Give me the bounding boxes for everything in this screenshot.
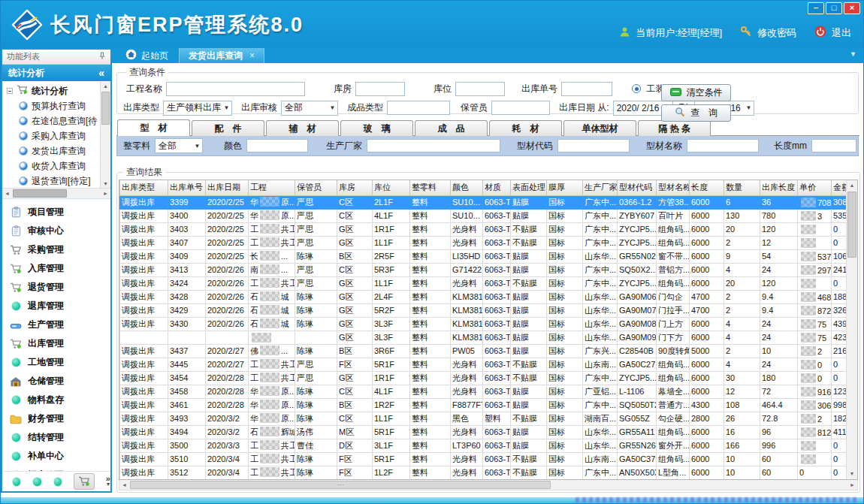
grid-cell[interactable]: 72 — [760, 385, 798, 398]
grid-cell[interactable]: 不贴膜 — [511, 222, 547, 236]
grid-cell[interactable]: 整料 — [410, 466, 451, 479]
scroll-down-icon[interactable]: ▼ — [847, 469, 857, 479]
grid-cell[interactable]: 国标 — [547, 290, 583, 303]
grid-cell[interactable]: 24 — [760, 358, 798, 371]
grid-cell[interactable]: 1R2F — [373, 398, 410, 412]
grid-cell[interactable]: 120 — [760, 276, 798, 290]
maximize-button[interactable]: □ — [826, 2, 842, 14]
grid-cell[interactable]: 6000 — [690, 371, 724, 385]
grid-cell[interactable]: 2020/2/26 — [206, 290, 249, 303]
column-header[interactable]: 库房 — [337, 180, 373, 195]
grid-cell[interactable]: 9.4 — [760, 290, 798, 303]
grid-row[interactable]: 调拨出库33992020/2/25华原...严思C区2L1F整料SU10...6… — [120, 195, 847, 209]
collapse-panel-icon[interactable]: « — [98, 67, 104, 79]
column-header[interactable]: 库位 — [373, 180, 410, 195]
grid-cell[interactable]: 光身料 — [451, 425, 483, 439]
grid-cell[interactable]: 国标 — [547, 439, 583, 452]
cart-toolbar-button[interactable] — [74, 473, 95, 490]
grid-cell[interactable]: 调拨出库 — [120, 236, 168, 249]
grid-cell[interactable]: 6063-T5 — [483, 398, 511, 412]
grid-row[interactable]: 调拨出库34072020/2/25工共工程严思G区1L1F整料光身料6063-T… — [120, 236, 847, 249]
grid-cell[interactable]: KLM3817 — [451, 330, 483, 344]
grid-cell[interactable]: 贴膜 — [511, 263, 547, 276]
grid-cell[interactable]: PW05 — [451, 344, 483, 358]
material-tab[interactable]: 成 品 — [415, 120, 488, 136]
grid-cell[interactable]: 0 — [832, 439, 847, 452]
grid-cell[interactable]: 3429 — [168, 303, 206, 317]
grid-cell[interactable] — [249, 330, 295, 344]
grid-cell[interactable]: 12 — [724, 385, 760, 398]
grid-cell[interactable]: 2020/2/25 — [206, 236, 249, 249]
grid-cell[interactable]: ZYBY607 — [618, 209, 657, 222]
grid-cell[interactable]: L-1106 — [618, 385, 657, 398]
grid-cell[interactable]: 百叶片 — [657, 209, 690, 222]
grid-cell[interactable]: 3493 — [168, 412, 206, 425]
grid-cell[interactable]: 4700 — [690, 303, 724, 317]
grid-cell[interactable]: 6063-T5 — [483, 439, 511, 452]
grid-cell[interactable]: 山东南... — [583, 358, 618, 371]
change-password-link[interactable]: 修改密码 — [757, 26, 796, 40]
grid-cell[interactable]: 黑色 — [451, 412, 483, 425]
grid-cell[interactable]: 华原... — [249, 412, 295, 425]
grid-cell[interactable]: 幕墙全... — [657, 385, 690, 398]
grid-cell[interactable]: 窗外开... — [657, 439, 690, 452]
audit-select[interactable]: 全部▼ — [281, 101, 338, 116]
material-tab[interactable]: 耗 材 — [489, 120, 562, 136]
sidebar-module-item[interactable]: 物料盘存 — [2, 391, 110, 409]
grid-cell[interactable]: 872 — [798, 303, 832, 317]
grid-cell[interactable]: 整料 — [410, 330, 451, 344]
grid-cell[interactable]: 6000 — [690, 358, 724, 371]
grid-cell[interactable]: 组角码... — [657, 371, 690, 385]
grid-cell[interactable]: 工共工程 — [249, 276, 295, 290]
grid-cell[interactable]: 2 — [724, 344, 760, 358]
grid-cell[interactable]: 广东中... — [583, 371, 618, 385]
grid-cell[interactable]: ZYCJP5... — [618, 276, 657, 290]
grid-cell[interactable]: 光身料 — [451, 385, 483, 398]
grid-cell[interactable]: 山东华... — [583, 439, 618, 452]
grid-row[interactable]: 调拨出库34002020/2/25华原...严思C区4L1F整料SU10...6… — [120, 209, 847, 222]
warehouse-input[interactable] — [355, 82, 405, 96]
grid-cell[interactable]: 2020/2/25 — [206, 222, 249, 236]
grid-cell[interactable]: GA90M06. — [618, 290, 657, 303]
grid-row[interactable]: 调拨出库34292020/2/26石城陈琳G区5R2F整料KLM38176063… — [120, 303, 847, 317]
grid-cell[interactable]: 6063-T5 — [483, 249, 511, 263]
grid-cell[interactable]: 调拨出库 — [120, 371, 168, 385]
grid-cell[interactable]: 山东南... — [583, 452, 618, 466]
tree-item[interactable]: 预算执行查询 — [19, 98, 98, 113]
grid-cell[interactable]: 2 — [724, 303, 760, 317]
grid-cell[interactable]: 组角码... — [657, 276, 690, 290]
scroll-up-icon[interactable]: ▲ — [847, 180, 857, 191]
grid-cell[interactable] — [798, 439, 832, 452]
grid-cell[interactable]: 调拨出库 — [120, 317, 168, 330]
grid-cell[interactable]: 国标 — [547, 466, 583, 479]
grid-cell[interactable]: 6063-T5 — [483, 385, 511, 398]
grid-cell[interactable]: 6000 — [690, 452, 724, 466]
grid-cell[interactable]: 996 — [760, 439, 798, 452]
grid-cell[interactable]: 长... — [249, 249, 295, 263]
grid-cell[interactable]: 门上方 — [657, 317, 690, 330]
panel-header-statistics[interactable]: 统计分析 « — [2, 65, 110, 81]
grid-cell[interactable]: 贴膜 — [511, 249, 547, 263]
grid-cell[interactable]: 26 — [724, 412, 760, 425]
grid-cell[interactable]: 3454 — [168, 371, 206, 385]
grid-cell[interactable]: 组角码... — [657, 358, 690, 371]
grid-cell[interactable]: 0 — [832, 371, 847, 385]
grid-cell[interactable]: 3409 — [168, 249, 206, 263]
grid-cell[interactable]: 严思 — [295, 195, 337, 209]
grid-cell[interactable]: F8877FT — [451, 398, 483, 412]
grid-cell[interactable]: 4L1F — [373, 209, 410, 222]
grid-cell[interactable]: 调拨出库 — [120, 263, 168, 276]
grid-cell[interactable]: 96 — [760, 425, 798, 439]
grid-cell[interactable]: 不贴膜 — [511, 358, 547, 371]
grid-cell[interactable]: G区 — [337, 317, 373, 330]
grid-cell[interactable]: 国标 — [547, 358, 583, 371]
grid-cell[interactable]: 光身料 — [451, 222, 483, 236]
grid-cell[interactable]: 4300 — [690, 398, 724, 412]
grid-cell[interactable]: 山东华... — [583, 290, 618, 303]
grid-cell[interactable]: 调拨出库 — [120, 398, 168, 412]
grid-cell[interactable]: 整料 — [410, 398, 451, 412]
grid-cell[interactable]: 调拨出库 — [120, 358, 168, 371]
grid-cell[interactable]: AN50X50X2 — [618, 466, 657, 479]
grid-cell[interactable]: 3407 — [168, 236, 206, 249]
grid-cell[interactable]: 3400 — [168, 209, 206, 222]
